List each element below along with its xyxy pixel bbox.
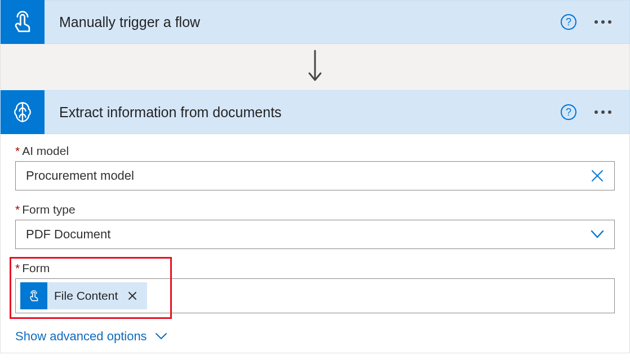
- chevron-down-icon: [155, 332, 167, 340]
- trigger-more-button[interactable]: [592, 18, 614, 26]
- arrow-down-icon: [307, 50, 323, 85]
- action-icon: [1, 90, 45, 134]
- close-icon: [591, 169, 604, 183]
- trigger-card-header[interactable]: Manually trigger a flow ?: [0, 0, 630, 44]
- token-label: File Content: [54, 289, 118, 303]
- show-advanced-options-link[interactable]: Show advanced options: [15, 329, 167, 344]
- form-input[interactable]: File Content: [15, 278, 615, 313]
- form-type-value: PDF Document: [26, 227, 587, 242]
- field-ai-model: *AI model Procurement model: [15, 144, 615, 190]
- flow-connector: [0, 44, 630, 90]
- help-icon: ?: [561, 14, 576, 30]
- token-remove-button[interactable]: [125, 288, 140, 304]
- ai-model-input[interactable]: Procurement model: [15, 161, 615, 190]
- ai-model-label: *AI model: [15, 144, 615, 158]
- form-type-label-text: Form type: [22, 203, 76, 216]
- file-content-token[interactable]: File Content: [20, 282, 147, 309]
- form-label-text: Form: [22, 261, 50, 274]
- required-asterisk: *: [15, 261, 20, 274]
- action-help-button[interactable]: ?: [558, 102, 579, 122]
- required-asterisk: *: [15, 144, 20, 157]
- form-label: *Form: [15, 261, 615, 275]
- form-type-select[interactable]: PDF Document: [15, 220, 615, 249]
- action-more-button[interactable]: [592, 108, 614, 116]
- trigger-title: Manually trigger a flow: [59, 14, 558, 30]
- token-source-icon: [20, 282, 47, 309]
- trigger-header-actions: ?: [558, 12, 629, 32]
- brain-icon: [10, 100, 35, 125]
- field-form-type: *Form type PDF Document: [15, 203, 615, 249]
- trigger-icon: [1, 0, 45, 44]
- trigger-help-button[interactable]: ?: [558, 12, 579, 32]
- close-icon: [128, 291, 137, 300]
- form-type-label: *Form type: [15, 203, 615, 216]
- form-type-dropdown-button[interactable]: [587, 227, 607, 242]
- action-header-actions: ?: [558, 102, 629, 122]
- more-icon: [594, 110, 611, 114]
- ai-model-value: Procurement model: [26, 168, 587, 183]
- field-form: *Form File Content: [15, 261, 615, 313]
- advanced-options-text: Show advanced options: [15, 329, 147, 344]
- ai-model-label-text: AI model: [22, 144, 69, 157]
- required-asterisk: *: [15, 203, 20, 216]
- ai-model-clear-button[interactable]: [587, 166, 607, 186]
- touch-icon: [26, 288, 41, 303]
- action-card-header[interactable]: Extract information from documents ?: [0, 90, 630, 134]
- more-icon: [594, 20, 611, 24]
- touch-icon: [10, 10, 35, 34]
- chevron-down-icon: [591, 230, 604, 239]
- action-form-body: *AI model Procurement model *Form type P…: [0, 134, 630, 353]
- help-icon: ?: [561, 104, 576, 120]
- action-title: Extract information from documents: [59, 104, 558, 121]
